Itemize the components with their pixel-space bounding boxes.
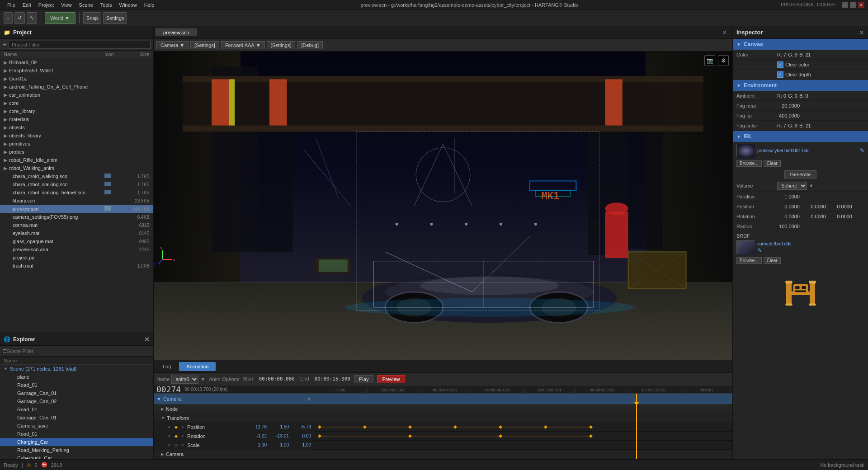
brdf-edit-icon[interactable]: ✎: [757, 247, 762, 254]
track-close-icon[interactable]: … ✕: [302, 397, 311, 401]
viewport-camera-icon[interactable]: 📷: [704, 55, 715, 66]
scene-node[interactable]: Road_01: [0, 430, 153, 438]
list-item[interactable]: ▶core_library: [0, 107, 153, 115]
ibl-section-header[interactable]: ▼ IBL: [733, 131, 868, 142]
list-item[interactable]: glass_opaque.mat 948B: [0, 237, 153, 245]
scene-filter-input[interactable]: [7, 348, 151, 354]
list-item[interactable]: chara_robot_walking.scn 1.7KB: [0, 180, 153, 188]
list-item[interactable]: ▶robot_Rifle_Idle_anim: [0, 156, 153, 164]
menu-file[interactable]: File: [4, 1, 19, 9]
track-row-transform[interactable]: ▼ Transform: [154, 414, 314, 423]
ibl-clear-button[interactable]: Clear: [764, 160, 781, 167]
kf-rot-prev-button[interactable]: <: [166, 434, 172, 438]
brdf-clear-button[interactable]: Clear: [764, 257, 781, 264]
transform-translate-button[interactable]: ↕: [4, 12, 13, 24]
list-item[interactable]: ▶materials: [0, 115, 153, 123]
menu-tools[interactable]: Tools: [97, 1, 116, 9]
transform-rotate-button[interactable]: ↺: [14, 12, 25, 24]
environment-section-header[interactable]: ▼ Environment: [733, 80, 868, 91]
minimize-button[interactable]: ─: [842, 2, 848, 8]
list-item[interactable]: ▶objects_library: [0, 132, 153, 140]
viewport-tab-preview[interactable]: preview.scn: [156, 28, 197, 36]
anim-menu-icon[interactable]: ▼: [200, 376, 205, 382]
scene-node[interactable]: Garbage_Can_01: [0, 414, 153, 422]
log-tab[interactable]: Log: [156, 362, 178, 371]
transform-scale-button[interactable]: ⤡: [27, 12, 37, 24]
clear-depth-checkbox[interactable]: ✓: [777, 71, 783, 78]
viewport-tab-close[interactable]: ✕: [719, 28, 731, 38]
generate-button[interactable]: Generate: [784, 170, 817, 179]
scene-node[interactable]: Garbage_Can_02: [0, 397, 153, 405]
kf-next-button[interactable]: >: [180, 425, 185, 429]
list-item[interactable]: camera_settings(FOV55).png 6.4KB: [0, 213, 153, 221]
menu-help[interactable]: Help: [141, 1, 158, 9]
play-button[interactable]: Play: [354, 375, 373, 383]
list-item[interactable]: ▶primitives: [0, 140, 153, 148]
list-item[interactable]: eyelash.mat 814B: [0, 229, 153, 237]
list-item[interactable]: ▶car_animation: [0, 91, 153, 99]
anim-name-dropdown[interactable]: anim0: [171, 375, 198, 384]
camera-dropdown-button[interactable]: Camera ▼: [156, 41, 189, 49]
list-item[interactable]: project.prj: [0, 254, 153, 262]
menu-scene[interactable]: Scene: [75, 1, 97, 9]
kf-scale-prev-button[interactable]: <: [166, 443, 172, 447]
list-item[interactable]: ▶objects: [0, 123, 153, 132]
list-item[interactable]: ▶core: [0, 99, 153, 107]
preview-button[interactable]: Preview: [377, 375, 405, 383]
list-item[interactable]: ▶android_Talking_On_A_Cell_Phone: [0, 83, 153, 91]
track-row-rotation[interactable]: < ◆ > Rotation -1.22 -13.01 0.00: [154, 432, 314, 441]
scene-node[interactable]: Road_01: [0, 405, 153, 414]
menu-window[interactable]: Window: [116, 1, 141, 9]
list-item[interactable]: ▶probes: [0, 148, 153, 156]
volume-dropdown[interactable]: Sphere: [777, 182, 807, 190]
world-mode-button[interactable]: World ▼: [45, 12, 75, 24]
kf-add-button[interactable]: ◆: [173, 425, 179, 429]
kf-scale-next-button[interactable]: >: [180, 443, 185, 447]
viewport-settings-icon[interactable]: ⚙: [718, 55, 729, 66]
list-item[interactable]: chara_droid_walking.scn 1.7KB: [0, 172, 153, 180]
close-button[interactable]: ✕: [858, 2, 864, 8]
maximize-button[interactable]: □: [850, 2, 856, 8]
clear-color-checkbox[interactable]: ✓: [777, 61, 783, 68]
scene-node[interactable]: Camera_save: [0, 422, 153, 430]
timeline-playhead[interactable]: [636, 394, 637, 459]
explorer-close-button[interactable]: ✕: [144, 336, 150, 343]
track-row-camera-sub[interactable]: ▶ Camera: [154, 450, 314, 459]
snap-button[interactable]: Snap: [83, 12, 101, 24]
render-settings-button[interactable]: [Settings]: [267, 41, 296, 49]
menu-project[interactable]: Project: [35, 1, 57, 9]
viewport[interactable]: MK1 X Y Z: [154, 52, 732, 360]
scene-node[interactable]: Road_01: [0, 381, 153, 389]
list-item[interactable]: ▶robot_Walking_anim: [0, 164, 153, 172]
kf-prev-button[interactable]: <: [166, 425, 172, 429]
ibl-browse-button[interactable]: Browse...: [736, 160, 762, 167]
list-item[interactable]: library.scn 23.5KB: [0, 197, 153, 205]
scene-node[interactable]: plane: [0, 373, 153, 381]
track-row-scale[interactable]: < ◇ > Scale 1.00 1.00 1.00: [154, 441, 314, 450]
list-item[interactable]: ▶Etasphera53_Walk1: [0, 66, 153, 75]
settings-button[interactable]: Settings: [103, 12, 127, 24]
animation-tab[interactable]: Animation: [179, 362, 216, 371]
brdf-browse-button[interactable]: Browse...: [736, 257, 762, 264]
list-item[interactable]: cornea.mat 681B: [0, 221, 153, 229]
kf-scale-add-button[interactable]: ◇: [173, 443, 179, 447]
menu-view[interactable]: View: [57, 1, 75, 9]
list-item[interactable]: ▶Gun01a: [0, 75, 153, 83]
list-item[interactable]: ▶Billboard_09: [0, 58, 153, 66]
scene-root-node[interactable]: ▼ Scene (271 nodes, 1261 total): [0, 365, 153, 373]
scene-node[interactable]: Cyberpunk_Car: [0, 454, 153, 459]
camera-settings-button[interactable]: [Settings]: [190, 41, 219, 49]
list-item[interactable]: chara_robot_walking_helmet.scn 1.7KB: [0, 188, 153, 197]
track-row-node[interactable]: ▶ Node: [154, 404, 314, 414]
inspector-close-button[interactable]: ✕: [859, 29, 864, 36]
scene-node-charging-car[interactable]: Charging_Car: [0, 438, 153, 446]
kf-rot-next-button[interactable]: >: [180, 434, 185, 438]
canvas-section-header[interactable]: ▼ Canvas: [733, 39, 868, 50]
scene-node[interactable]: Road_Marking_Parking: [0, 446, 153, 454]
scene-node[interactable]: Garbage_Can_01: [0, 389, 153, 397]
anim-options-btn[interactable]: Options: [222, 376, 239, 382]
debug-button[interactable]: [Debug]: [297, 41, 323, 49]
kf-rot-add-button[interactable]: ◆: [173, 434, 179, 438]
track-header-camera[interactable]: ▼ Camera … ✕: [154, 394, 314, 404]
list-item[interactable]: trash.mat 1.0KB: [0, 262, 153, 270]
